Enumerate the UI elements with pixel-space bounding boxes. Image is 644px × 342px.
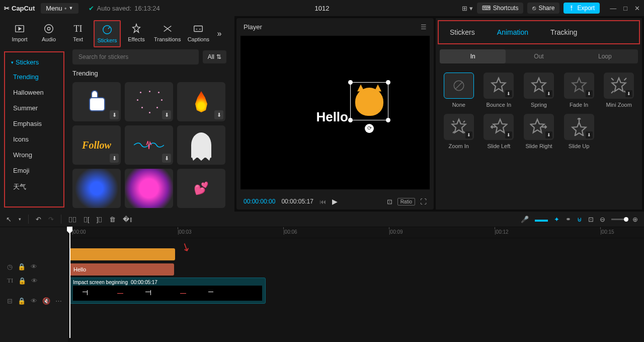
eye-icon[interactable]: 👁 xyxy=(31,277,38,285)
snap-toggle-1[interactable]: ▬▬ xyxy=(535,216,548,223)
rtab-animation[interactable]: Animation xyxy=(486,24,539,40)
sticker-hearts-cluster[interactable]: 💕 xyxy=(177,169,225,208)
step-back-icon[interactable]: ⏮ xyxy=(319,198,326,206)
split-tool[interactable]: ⌷⌷ xyxy=(68,216,76,223)
share-button[interactable]: ⎋ Share xyxy=(527,3,559,14)
trim-right-tool[interactable]: ]⌷ xyxy=(97,216,103,223)
anim-bounce-in[interactable]: ⬇Bounce In xyxy=(482,73,516,108)
export-button[interactable]: ⭱ Export xyxy=(564,3,600,14)
lock-icon[interactable]: 🔒 xyxy=(18,263,26,270)
trim-left-tool[interactable]: ⌷[ xyxy=(84,216,90,223)
tab-captions[interactable]: Captions xyxy=(185,20,212,47)
timeline-ruler[interactable]: |00:00 |00:03 |00:06 |00:09 |00:12 |00:1… xyxy=(68,227,644,238)
canvas-sticker-selection[interactable]: ⟳ xyxy=(350,82,388,120)
zoom-out-icon[interactable]: ⊖ xyxy=(600,216,605,223)
mic-icon[interactable]: 🎤 xyxy=(521,216,529,223)
sticker-soundwave[interactable]: ⬇ xyxy=(125,125,173,165)
crop-icon[interactable]: ⊡ xyxy=(387,198,392,206)
player-menu-icon[interactable]: ☰ xyxy=(421,23,427,31)
anim-slide-up[interactable]: ⬇Slide Up xyxy=(562,114,596,149)
filter-button[interactable]: All⇅ xyxy=(203,50,226,63)
more-icon[interactable]: ⋯ xyxy=(55,297,62,305)
zoom-slider[interactable] xyxy=(611,219,626,220)
lock-icon[interactable]: 🔒 xyxy=(18,297,26,305)
category-trending[interactable]: Trending xyxy=(7,69,61,85)
link-tool[interactable]: ⚭ xyxy=(566,216,571,223)
anim-spring[interactable]: ⬇Spring xyxy=(522,73,556,108)
playhead[interactable] xyxy=(69,227,70,338)
category-summer[interactable]: Summer xyxy=(7,100,61,116)
resize-handle-bl[interactable] xyxy=(348,118,353,122)
category-weather[interactable]: 天气 xyxy=(7,178,61,195)
shortcuts-button[interactable]: ⌨ Shortcuts xyxy=(477,3,524,14)
sticker-fire[interactable]: ⬇ xyxy=(177,82,225,121)
download-icon[interactable]: ⬇ xyxy=(162,110,171,119)
category-icons[interactable]: Icons xyxy=(7,131,61,147)
resize-handle-tl[interactable] xyxy=(348,80,353,85)
anim-zoom-in[interactable]: ⬇Zoom In xyxy=(442,114,476,149)
rtab-stickers[interactable]: Stickers xyxy=(439,24,486,40)
download-icon[interactable]: ⬇ xyxy=(110,154,119,163)
resize-handle-tr[interactable] xyxy=(386,80,390,85)
collapse-icon[interactable]: ⊟ xyxy=(7,297,13,305)
clock-icon[interactable]: ◷ xyxy=(7,263,13,270)
play-icon[interactable]: ▶ xyxy=(332,197,338,206)
category-halloween[interactable]: Halloween xyxy=(7,85,61,100)
selection-dropdown[interactable]: ▾ xyxy=(19,217,21,222)
undo-button[interactable]: ↶ xyxy=(36,216,41,223)
clip-video[interactable]: Impact screen beginning 00:00:05:17 xyxy=(69,278,266,304)
eye-icon[interactable]: 👁 xyxy=(31,297,37,305)
ratio-button[interactable]: Ratio xyxy=(397,198,415,206)
fullscreen-icon[interactable]: ⛶ xyxy=(420,198,427,206)
sticker-thumbs-up[interactable]: ⬇ xyxy=(72,82,121,121)
subtab-loop[interactable]: Loop xyxy=(572,49,638,63)
sticker-blue-glow[interactable] xyxy=(72,169,121,208)
sticker-ghost[interactable] xyxy=(177,125,225,165)
tab-text[interactable]: TIText xyxy=(64,20,92,47)
mirror-tool[interactable]: �⫿ xyxy=(123,216,133,223)
sticker-heart-sparkle[interactable]: ⬇ xyxy=(125,82,173,121)
download-icon[interactable]: ⬇ xyxy=(110,110,119,119)
resize-handle-br[interactable] xyxy=(386,118,390,122)
category-header[interactable]: ▾Stickers xyxy=(7,55,61,69)
maximize-icon[interactable]: □ xyxy=(623,5,627,12)
mute-icon[interactable]: 🔇 xyxy=(42,297,50,305)
sticker-follow[interactable]: Follow⬇ xyxy=(72,125,121,165)
menu-button[interactable]: Menu ● ▼ xyxy=(41,3,78,14)
timeline-tracks[interactable]: |00:00 |00:03 |00:06 |00:09 |00:12 |00:1… xyxy=(68,227,644,342)
minimize-icon[interactable]: ― xyxy=(610,5,616,12)
tab-import[interactable]: Import xyxy=(6,20,33,47)
category-emoji[interactable]: Emoji xyxy=(7,163,61,178)
subtab-in[interactable]: In xyxy=(440,49,506,63)
search-input[interactable] xyxy=(72,49,199,64)
tab-effects[interactable]: Effects xyxy=(123,20,150,47)
tab-transitions[interactable]: Transitions xyxy=(152,20,183,47)
rtab-tracking[interactable]: Tracking xyxy=(539,24,588,40)
rotate-handle[interactable]: ⟳ xyxy=(365,124,374,133)
redo-button[interactable]: ↷ xyxy=(48,216,54,223)
magnet-tool[interactable]: ⊎ xyxy=(577,216,582,223)
anim-slide-right[interactable]: ⬇Slide Right xyxy=(522,114,556,149)
layout-icon[interactable]: ⊞ ▾ xyxy=(462,5,473,12)
lock-icon[interactable]: 🔒 xyxy=(18,277,26,285)
delete-tool[interactable]: 🗑 xyxy=(109,216,116,223)
anim-fade-in[interactable]: ⬇Fade In xyxy=(562,73,596,108)
close-icon[interactable]: ✕ xyxy=(634,5,640,12)
anim-none[interactable]: None xyxy=(442,73,476,108)
snap-toggle-2[interactable]: ✦ xyxy=(554,216,559,223)
tab-audio[interactable]: Audio xyxy=(35,20,62,47)
anim-slide-left[interactable]: ⬇Slide Left xyxy=(482,114,516,149)
canvas-text[interactable]: Hello xyxy=(316,109,348,125)
category-wrong[interactable]: Wrong xyxy=(7,147,61,163)
anim-mini-zoom[interactable]: ⬇Mini Zoom xyxy=(602,73,636,108)
category-emphasis[interactable]: Emphasis xyxy=(7,116,61,131)
tab-stickers[interactable]: Stickers xyxy=(94,20,121,47)
player-canvas[interactable]: Hello ⟳ xyxy=(240,36,430,189)
download-icon[interactable]: ⬇ xyxy=(162,154,171,163)
clip-text[interactable]: Hello xyxy=(69,263,174,276)
zoom-in-icon[interactable]: ⊕ xyxy=(632,216,638,223)
download-icon[interactable]: ⬇ xyxy=(214,110,223,119)
selection-tool[interactable]: ↖ xyxy=(6,216,12,223)
more-tabs-button[interactable]: » xyxy=(214,20,224,47)
subtab-out[interactable]: Out xyxy=(506,49,572,63)
